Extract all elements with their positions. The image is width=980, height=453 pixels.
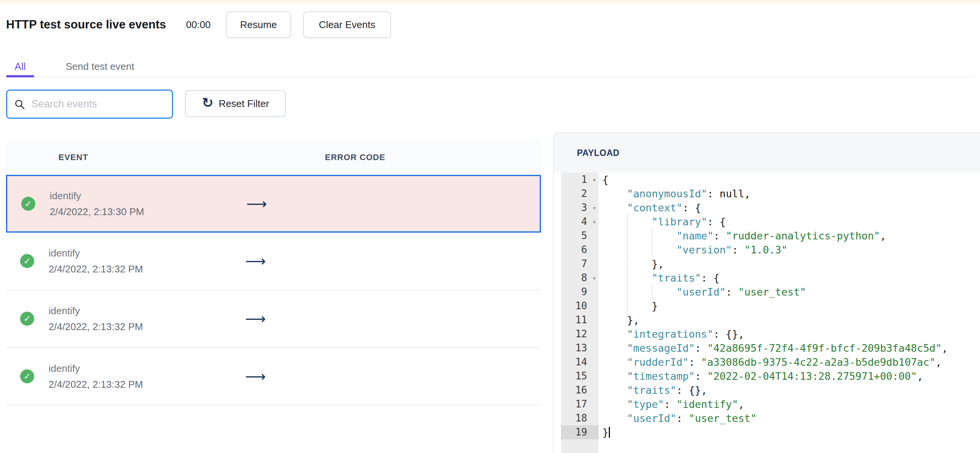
code-line-content[interactable]: "traits": {	[598, 271, 980, 285]
collapse-caret-icon[interactable]: ▾	[592, 205, 596, 211]
code-line-content[interactable]: "userId": "user_test"	[598, 411, 980, 425]
code-line-content[interactable]: },	[598, 257, 980, 271]
collapse-caret-icon[interactable]: ▾	[592, 176, 596, 183]
line-number: 18	[575, 412, 587, 424]
gutter-cell: 16	[561, 383, 598, 397]
code-line-content[interactable]: "traits": {},	[598, 383, 980, 397]
code-line: 6 "version": "1.0.3"	[554, 243, 980, 257]
gutter-cell: 14	[561, 355, 598, 369]
line-number: 5	[581, 230, 587, 241]
code-line-content[interactable]: }	[598, 425, 980, 439]
gutter-cell: 10	[561, 299, 598, 313]
line-number: 3	[581, 202, 587, 213]
event-cell: identify 2/4/2022, 2:13:32 PM	[49, 305, 143, 333]
line-number: 4	[581, 216, 587, 227]
search-icon	[14, 99, 25, 110]
code-line: 19 }	[554, 425, 980, 439]
reset-filter-button[interactable]: ↻ Reset Filter	[185, 90, 286, 117]
code-line-content[interactable]: "integrations": {},	[598, 327, 980, 341]
long-arrow-right-icon[interactable]: ⟶	[245, 310, 266, 327]
check-circle-icon: ✓	[20, 370, 34, 383]
long-arrow-right-icon[interactable]: ⟶	[245, 368, 266, 385]
search-input[interactable]	[31, 98, 165, 110]
gutter-cell: 5	[561, 229, 598, 243]
code-lines: 1▾ { 2 "anonymousId": null, 3▾ "context"…	[554, 173, 980, 439]
clear-events-button[interactable]: Clear Events	[303, 11, 391, 38]
tab-send-test-event[interactable]: Send test event	[66, 57, 134, 76]
event-cell: identify 2/4/2022, 2:13:30 PM	[50, 190, 144, 218]
code-line: 4▾ "library": {	[554, 215, 980, 229]
line-number: 15	[575, 370, 587, 381]
line-number: 10	[575, 300, 587, 312]
check-circle-icon: ✓	[20, 312, 34, 326]
collapse-caret-icon[interactable]: ▾	[592, 275, 596, 281]
table-row[interactable]: ✓ identify 2/4/2022, 2:13:32 PM ⟶	[6, 348, 541, 405]
check-circle-icon: ✓	[21, 197, 35, 211]
collapse-caret-icon[interactable]: ▾	[592, 219, 596, 225]
indent-guide	[627, 257, 628, 271]
table-row[interactable]: ✓ identify 2/4/2022, 2:13:30 PM ⟶	[6, 175, 541, 232]
code-line: 16 "traits": {},	[554, 383, 980, 397]
code-line-content[interactable]: "context": {	[598, 201, 980, 215]
event-timestamp: 2/4/2022, 2:13:30 PM	[50, 206, 144, 218]
gutter-cell: 4▾	[561, 215, 598, 229]
tab-divider	[6, 76, 974, 77]
event-timestamp: 2/4/2022, 2:13:32 PM	[49, 378, 143, 390]
gutter-cell: 13	[561, 341, 598, 355]
indent-guide	[652, 243, 652, 257]
long-arrow-right-icon[interactable]: ⟶	[246, 196, 267, 212]
events-table-rows: ✓ identify 2/4/2022, 2:13:30 PM ⟶ ✓ iden…	[6, 175, 541, 405]
code-line: 18 "userId": "user_test"	[554, 411, 980, 425]
code-line-content[interactable]: "type": "identify",	[598, 397, 980, 411]
code-line-content[interactable]: "timestamp": "2022-02-04T14:13:28.275971…	[598, 369, 980, 383]
text-cursor	[609, 427, 610, 438]
indent-guide	[627, 215, 628, 229]
code-line-content[interactable]: "messageId": "42a8695f-72f4-4f9f-bfcf-20…	[598, 341, 980, 355]
code-line-content[interactable]: "anonymousId": null,	[598, 187, 980, 201]
active-tab-indicator	[6, 75, 34, 77]
event-timestamp: 2/4/2022, 2:13:32 PM	[49, 263, 143, 275]
code-line: 11 },	[554, 313, 980, 327]
events-table: EVENT ERROR CODE ✓ identify 2/4/2022, 2:…	[6, 140, 541, 405]
table-row[interactable]: ✓ identify 2/4/2022, 2:13:32 PM ⟶	[6, 232, 541, 290]
column-header-event: EVENT	[59, 153, 88, 162]
line-number: 19	[575, 426, 587, 438]
code-line-content[interactable]: "userId": "user_test"	[598, 285, 980, 299]
resume-button[interactable]: Resume	[226, 11, 291, 38]
line-number: 11	[575, 314, 587, 326]
line-number: 7	[581, 258, 587, 269]
gutter-cell: 2	[561, 187, 598, 201]
indent-guide	[652, 285, 652, 299]
code-line: 2 "anonymousId": null,	[554, 187, 980, 201]
code-line-content[interactable]: "library": {	[598, 215, 980, 229]
search-box[interactable]	[6, 89, 173, 119]
top-banner-strip	[0, 0, 980, 3]
line-number: 17	[575, 398, 587, 410]
event-cell: identify 2/4/2022, 2:13:32 PM	[49, 363, 143, 390]
code-line: 7 },	[554, 257, 980, 271]
code-line-content[interactable]: },	[598, 313, 980, 327]
tab-all[interactable]: All	[6, 57, 34, 76]
event-cell: identify 2/4/2022, 2:13:32 PM	[49, 247, 143, 275]
code-line-content[interactable]: "name": "rudder-analytics-python",	[598, 229, 980, 243]
indent-guide	[652, 229, 652, 243]
line-number: 1	[581, 174, 587, 185]
payload-code-editor[interactable]: 1▾ { 2 "anonymousId": null, 3▾ "context"…	[554, 173, 980, 453]
code-line-content[interactable]: {	[598, 173, 980, 187]
code-line-content[interactable]: "rudderId": "a33086db-9375-4c22-a2a3-b5d…	[598, 355, 980, 369]
payload-title: PAYLOAD	[577, 148, 619, 158]
long-arrow-right-icon[interactable]: ⟶	[245, 253, 266, 269]
code-line-content[interactable]: }	[598, 299, 980, 313]
column-header-error-code: ERROR CODE	[325, 153, 385, 162]
code-line-content[interactable]: "version": "1.0.3"	[598, 243, 980, 257]
code-line: 10 }	[554, 299, 980, 313]
indent-guide	[627, 229, 628, 243]
gutter-cell: 11	[561, 313, 598, 327]
gutter-cell: 12	[561, 327, 598, 341]
indent-guide	[627, 299, 628, 313]
table-row[interactable]: ✓ identify 2/4/2022, 2:13:32 PM ⟶	[6, 290, 541, 348]
payload-header: PAYLOAD	[554, 133, 980, 173]
page-title: HTTP test source live events	[6, 11, 166, 38]
line-number: 13	[575, 342, 587, 354]
gutter-cell: 9	[561, 285, 598, 299]
